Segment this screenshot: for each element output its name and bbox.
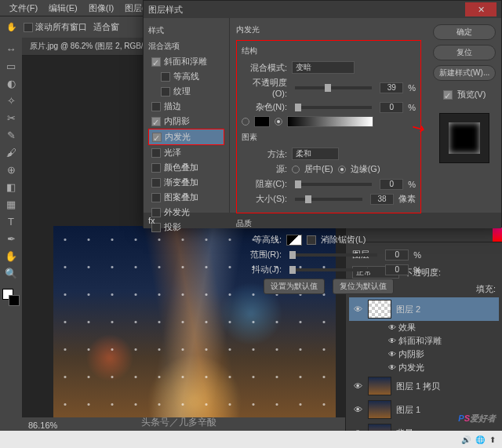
fx-inner-glow[interactable]: 👁 内发光 [349, 361, 499, 374]
color-radio[interactable] [242, 118, 249, 126]
blending-header[interactable]: 混合选项 [148, 38, 224, 54]
hand-tool-icon: ✋ [6, 22, 17, 32]
size-label: 大小(S): [242, 193, 287, 205]
contour-picker[interactable] [286, 235, 302, 246]
brush-tool[interactable]: 🖌 [2, 144, 20, 160]
structure-box: 结构 混合模式:变暗 不透明度(O):39% 杂色(N):0% 图素 方法:柔和… [236, 40, 421, 213]
visibility-icon[interactable]: 👁 [352, 405, 363, 414]
layer-row[interactable]: 👁图层 1 拷贝 [349, 374, 499, 398]
taskbar: 🔊 🌐 ⬆ [0, 431, 502, 448]
layer-thumb [368, 300, 391, 319]
pen-tool[interactable]: ✒ [2, 231, 20, 246]
tools-panel: ↔ ▭ ◐ ✧ ✂ ✎ 🖌 ⊕ ◧ ▦ T ✒ ✋ 🔍 [0, 38, 22, 433]
layer-thumb [368, 400, 391, 419]
style-outer-glow[interactable]: 外发光 [148, 205, 224, 220]
gradient-picker[interactable] [287, 116, 373, 127]
style-satin[interactable]: 光泽 [148, 145, 224, 160]
source-center-radio[interactable] [292, 166, 300, 173]
menu-file[interactable]: 文件(F) [5, 1, 42, 16]
fx-inner-shadow[interactable]: 👁 内阴影 [349, 348, 499, 361]
quality-label: 品质 [236, 218, 421, 229]
style-inner-shadow[interactable]: ✓内阴影 [148, 114, 224, 129]
style-contour[interactable]: 等高线 [148, 69, 224, 84]
reset-default-button[interactable]: 复位为默认值 [333, 279, 394, 294]
ok-button[interactable]: 确定 [433, 24, 496, 40]
range-label: 范围(R): [236, 249, 282, 260]
close-icon[interactable]: ✕ [465, 2, 497, 16]
color-swatches[interactable] [2, 289, 20, 306]
zoom-tool[interactable]: 🔍 [2, 265, 20, 281]
preview-checkbox[interactable]: ✓ [443, 90, 453, 100]
dialog-buttons: 确定 复位 新建样式(W)... ✓预览(V) [427, 18, 501, 213]
choke-input[interactable]: 0 [380, 179, 403, 190]
styles-header[interactable]: 样式 [148, 23, 224, 38]
structure-label: 结构 [242, 46, 416, 56]
size-slider[interactable] [295, 198, 362, 201]
visibility-icon[interactable]: 👁 [352, 304, 363, 314]
style-gradient-overlay[interactable]: 渐变叠加 [148, 175, 224, 190]
crop-tool[interactable]: ✂ [2, 110, 20, 126]
layer-name: 图层 1 [396, 404, 420, 416]
fx-effects[interactable]: 👁 效果 [349, 321, 499, 334]
hand-tool[interactable]: ✋ [2, 248, 20, 264]
tray-icon[interactable]: 🌐 [475, 435, 485, 444]
make-default-button[interactable]: 设置为默认值 [264, 279, 325, 294]
zoom-level[interactable]: 86.16% [28, 421, 57, 430]
opacity-input[interactable]: 39 [380, 82, 403, 93]
fx-icon[interactable]: fx [148, 216, 155, 225]
technique-dropdown[interactable]: 柔和 [292, 148, 339, 160]
jitter-label: 抖动(J): [236, 264, 282, 275]
eyedropper-tool[interactable]: ✎ [2, 127, 20, 143]
jitter-slider[interactable] [289, 268, 377, 271]
preview-thumbnail [439, 113, 489, 163]
blend-mode-dropdown[interactable]: 变暗 [292, 61, 355, 74]
style-bevel[interactable]: ✓斜面和浮雕 [148, 54, 224, 69]
noise-input[interactable]: 0 [380, 102, 403, 113]
move-tool[interactable]: ↔ [2, 41, 20, 56]
source-edge-radio[interactable] [338, 166, 346, 173]
elements-label: 图素 [242, 132, 416, 143]
menu-edit[interactable]: 编辑(E) [44, 1, 82, 16]
type-tool[interactable]: T [2, 213, 20, 229]
layer-style-dialog: 图层样式 ✕ 样式 混合选项 ✓斜面和浮雕 等高线 纹理 描边 ✓内阴影 ✓内发… [143, 0, 502, 228]
range-slider[interactable] [289, 253, 377, 257]
aa-checkbox[interactable] [307, 235, 316, 245]
range-input[interactable]: 0 [385, 249, 409, 260]
eraser-tool[interactable]: ◧ [2, 179, 20, 195]
marquee-tool[interactable]: ▭ [2, 58, 20, 74]
style-texture[interactable]: 纹理 [148, 84, 224, 99]
size-input[interactable]: 38 [370, 194, 394, 205]
tray-icon[interactable]: ⬆ [489, 435, 496, 444]
source-label: 源: [242, 163, 287, 175]
style-inner-glow[interactable]: ✓内发光 [148, 129, 224, 145]
fill-label: 填充: [476, 283, 496, 295]
gradient-radio[interactable] [275, 118, 282, 126]
tray-icon[interactable]: 🔊 [461, 435, 471, 444]
opacity-slider[interactable] [295, 86, 372, 89]
stamp-tool[interactable]: ⊕ [2, 162, 20, 177]
layer-name: 图层 2 [396, 304, 420, 315]
noise-slider[interactable] [295, 106, 372, 109]
style-stroke[interactable]: 描边 [148, 99, 224, 114]
visibility-icon[interactable]: 👁 [352, 381, 363, 391]
style-pattern-overlay[interactable]: 图案叠加 [148, 190, 224, 205]
contour-label: 等高线: [236, 234, 282, 246]
fx-bevel[interactable]: 👁 斜面和浮雕 [349, 334, 499, 348]
new-style-button[interactable]: 新建样式(W)... [433, 65, 496, 81]
color-swatch[interactable] [254, 116, 270, 127]
style-color-overlay[interactable]: 颜色叠加 [148, 160, 224, 175]
styles-list: 样式 混合选项 ✓斜面和浮雕 等高线 纹理 描边 ✓内阴影 ✓内发光 光泽 颜色… [144, 18, 230, 213]
style-drop-shadow[interactable]: 投影 [148, 220, 224, 235]
wand-tool[interactable]: ✧ [2, 93, 20, 108]
choke-slider[interactable] [295, 183, 372, 186]
fit-window-button[interactable]: 适合窗 [93, 21, 119, 33]
layer-row[interactable]: 👁图层 2 [349, 297, 499, 321]
lasso-tool[interactable]: ◐ [2, 75, 20, 91]
cancel-button[interactable]: 复位 [433, 45, 496, 60]
dialog-titlebar[interactable]: 图层样式 ✕ [144, 1, 501, 18]
technique-label: 方法: [242, 148, 287, 160]
gradient-tool[interactable]: ▦ [2, 196, 20, 212]
jitter-input[interactable]: 0 [385, 264, 409, 275]
scroll-all-checkbox[interactable] [24, 23, 33, 32]
menu-image[interactable]: 图像(I) [84, 1, 118, 16]
